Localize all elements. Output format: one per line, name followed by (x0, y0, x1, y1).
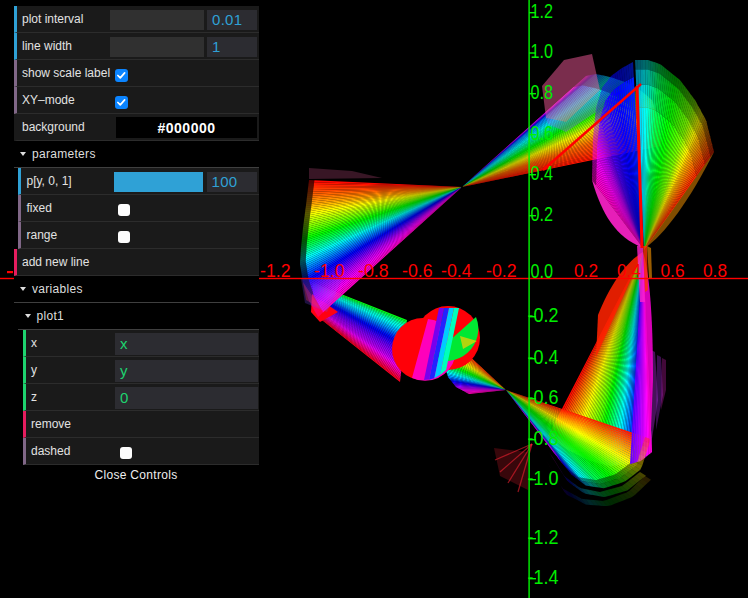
svg-text:0.2: 0.2 (574, 260, 598, 281)
svg-text:-0.4: -0.4 (528, 345, 559, 368)
svg-text:0.4: 0.4 (531, 161, 554, 184)
svg-text:-0.8: -0.8 (528, 426, 559, 449)
svg-text:-0.2: -0.2 (486, 260, 517, 281)
svg-text:-0.6: -0.6 (528, 385, 559, 408)
svg-text:0.8: 0.8 (531, 80, 554, 103)
svg-text:-1.0: -1.0 (314, 260, 345, 281)
svg-text:0.6: 0.6 (661, 260, 685, 281)
svg-text:0.0: 0.0 (531, 259, 554, 282)
svg-text:0.2: 0.2 (531, 202, 554, 225)
svg-text:-1.2: -1.2 (260, 260, 291, 281)
svg-text:0.6: 0.6 (531, 121, 554, 144)
svg-text:0.4: 0.4 (617, 260, 641, 281)
svg-text:0.8: 0.8 (703, 260, 727, 281)
svg-text:1.2: 1.2 (531, 0, 554, 22)
svg-text:-0.6: -0.6 (402, 260, 433, 281)
svg-text:-0.8: -0.8 (358, 260, 389, 281)
svg-text:-1.0: -1.0 (528, 466, 559, 489)
svg-text:-1.4: -1.4 (528, 565, 559, 588)
svg-text:-0.4: -0.4 (441, 260, 472, 281)
svg-text:-0.2: -0.2 (528, 303, 559, 326)
svg-text:-1.2: -1.2 (528, 525, 559, 548)
svg-text:1.0: 1.0 (531, 39, 554, 62)
